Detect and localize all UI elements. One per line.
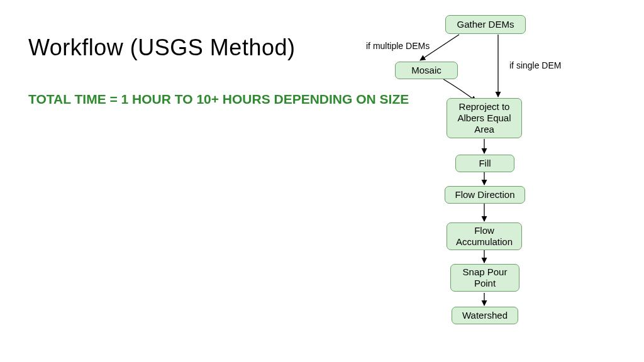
flowchart: if multiple DEMs if single DEM Gather DE… [358,11,623,362]
node-flowdir: Flow Direction [445,186,525,204]
node-mosaic: Mosaic [395,62,458,79]
node-snap: Snap Pour Point [450,264,519,292]
node-fill: Fill [455,155,514,172]
edge-label-single: if single DEM [509,60,561,70]
node-gather: Gather DEMs [445,15,526,34]
edge-label-multi: if multiple DEMs [366,41,430,51]
page-title: Workflow (USGS Method) [28,35,295,61]
time-subtitle: TOTAL TIME = 1 HOUR TO 10+ HOURS DEPENDI… [28,91,409,107]
node-flowacc: Flow Accumulation [447,222,522,250]
slide: Workflow (USGS Method) TOTAL TIME = 1 HO… [0,0,644,362]
node-reproject: Reproject to Albers Equal Area [447,98,522,138]
node-watershed: Watershed [452,307,518,324]
